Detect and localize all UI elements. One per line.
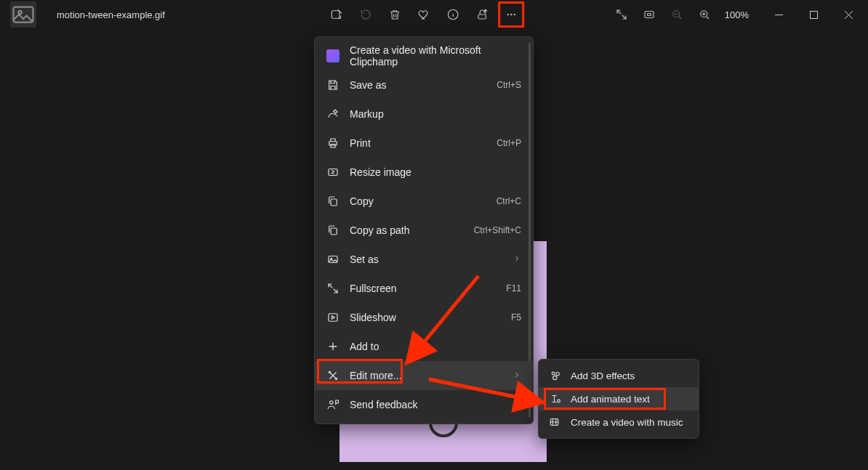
menu-item-label: Add to xyxy=(350,341,521,352)
svg-rect-12 xyxy=(329,142,337,145)
menu-item-shortcut: Ctrl+S xyxy=(497,80,521,90)
copy-icon xyxy=(326,195,339,208)
rotate-button[interactable] xyxy=(353,1,379,28)
menu-item-saveas[interactable]: Save as Ctrl+S xyxy=(315,70,533,100)
titlebar-right: 100% xyxy=(608,1,868,28)
svg-point-23 xyxy=(556,373,560,376)
menu-item-clipchamp[interactable]: Create a video with Microsoft Clipchamp xyxy=(315,41,533,70)
menu-item-label: Edit more... xyxy=(350,370,502,381)
fullscreen-icon xyxy=(326,282,339,295)
menu-item-setas[interactable]: Set as xyxy=(315,245,533,274)
info-button[interactable] xyxy=(440,1,466,28)
svg-rect-14 xyxy=(331,199,337,206)
submenu-item-label: Create a video with music xyxy=(571,417,688,428)
fullscreen-button[interactable] xyxy=(608,1,635,28)
zoom-in-button[interactable] xyxy=(691,1,718,28)
menu-item-shortcut: F5 xyxy=(511,312,521,323)
center-toolbar xyxy=(324,1,524,28)
expand-icon xyxy=(615,8,628,21)
zoom-in-icon xyxy=(698,8,711,21)
3d-effects-icon xyxy=(549,369,562,382)
menu-item-shortcut: Ctrl+P xyxy=(497,138,521,148)
edit-image-button[interactable] xyxy=(324,1,350,28)
more-icon xyxy=(505,8,518,21)
menu-item-shortcut: F11 xyxy=(506,283,521,293)
svg-point-24 xyxy=(553,376,557,379)
menu-item-label: Resize image xyxy=(350,166,521,178)
svg-point-21 xyxy=(330,401,334,405)
clipchamp-icon xyxy=(326,49,339,62)
svg-rect-4 xyxy=(478,15,486,19)
close-button[interactable] xyxy=(832,3,865,26)
menu-item-print[interactable]: Print Ctrl+P xyxy=(315,129,533,158)
svg-rect-11 xyxy=(810,11,817,18)
submenu-item-animatedtext[interactable]: Add animated text xyxy=(539,387,699,410)
chevron-right-icon xyxy=(513,370,521,381)
menu-item-fullscreen[interactable]: Fullscreen F11 xyxy=(315,274,533,303)
menu-item-addto[interactable]: Add to xyxy=(315,332,533,361)
file-thumbnail[interactable] xyxy=(10,1,36,28)
menu-item-label: Print xyxy=(350,137,486,149)
submenu-item-3d[interactable]: Add 3D effects xyxy=(539,364,699,387)
markup-icon xyxy=(326,108,339,121)
zoom-out-button[interactable] xyxy=(664,1,690,28)
view-controls: 100% xyxy=(608,1,755,28)
info-icon xyxy=(446,8,459,21)
menu-item-markup[interactable]: Markup xyxy=(315,100,533,129)
menu-item-resize[interactable]: Resize image xyxy=(315,158,533,187)
edit-image-icon xyxy=(330,8,343,21)
rotate-icon xyxy=(359,8,372,21)
maximize-button[interactable] xyxy=(797,3,830,26)
submenu-item-videomusic[interactable]: Create a video with music xyxy=(539,410,699,434)
animated-text-icon xyxy=(549,392,562,405)
context-menu: Create a video with Microsoft Clipchamp … xyxy=(314,36,534,424)
menu-item-feedback[interactable]: Send feedback xyxy=(315,390,533,419)
resize-icon xyxy=(326,166,339,179)
svg-point-22 xyxy=(552,372,555,375)
menu-item-label: Markup xyxy=(350,108,521,120)
minimize-icon xyxy=(775,11,783,19)
menu-item-editmore[interactable]: Edit more... xyxy=(315,361,533,390)
image-icon xyxy=(10,1,36,28)
svg-rect-18 xyxy=(329,314,337,322)
menu-item-label: Slideshow xyxy=(350,312,501,323)
print-icon xyxy=(326,137,339,150)
delete-button[interactable] xyxy=(382,1,408,28)
setas-icon xyxy=(326,253,339,266)
save-icon xyxy=(326,78,339,92)
share-icon xyxy=(475,8,489,21)
svg-rect-16 xyxy=(329,256,337,263)
menu-item-copypath[interactable]: Copy as path Ctrl+Shift+C xyxy=(315,216,533,245)
menu-item-copy[interactable]: Copy Ctrl+C xyxy=(315,187,533,216)
menu-item-label: Fullscreen xyxy=(350,283,496,294)
minimize-button[interactable] xyxy=(762,3,795,26)
svg-rect-2 xyxy=(331,11,339,19)
trash-icon xyxy=(388,8,401,21)
submenu-editmore: Add 3D effects Add animated text Create … xyxy=(538,359,699,439)
share-button[interactable] xyxy=(469,1,495,28)
fit-button[interactable] xyxy=(636,1,662,28)
menu-item-label: Create a video with Microsoft Clipchamp xyxy=(350,44,521,68)
menu-item-label: Set as xyxy=(350,254,502,265)
editmore-icon xyxy=(326,369,339,382)
titlebar: motion-tween-example.gif xyxy=(0,0,868,29)
menu-item-label: Save as xyxy=(350,79,486,91)
close-icon xyxy=(845,11,853,19)
svg-point-25 xyxy=(558,400,560,402)
svg-point-6 xyxy=(510,14,512,15)
copy-path-icon xyxy=(326,224,339,237)
menu-item-label: Copy xyxy=(350,195,486,207)
slideshow-icon xyxy=(326,311,339,324)
menu-item-slideshow[interactable]: Slideshow F5 xyxy=(315,303,533,332)
chevron-right-icon xyxy=(513,254,521,265)
maximize-icon xyxy=(810,11,818,19)
menu-item-shortcut: Ctrl+C xyxy=(497,196,521,206)
favorite-button[interactable] xyxy=(411,1,437,28)
submenu-item-label: Add 3D effects xyxy=(571,370,688,381)
submenu-item-label: Add animated text xyxy=(571,394,688,405)
fit-screen-icon xyxy=(643,8,656,21)
see-more-button[interactable] xyxy=(498,1,524,28)
menu-item-shortcut: Ctrl+Shift+C xyxy=(474,225,521,235)
svg-point-5 xyxy=(507,14,509,15)
zoom-level: 100% xyxy=(725,9,749,20)
